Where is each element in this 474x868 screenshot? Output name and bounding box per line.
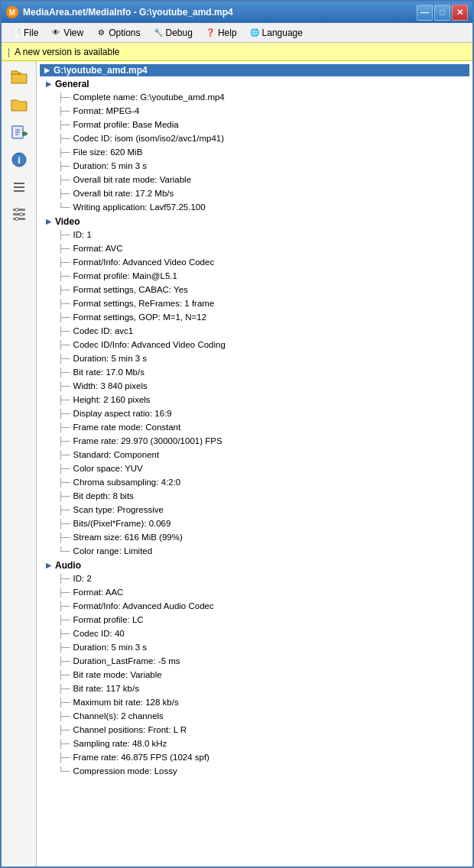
audio-expand-icon[interactable]: ▶ <box>43 560 54 571</box>
file-node[interactable]: ▶ G:\youtube_amd.mp4 <box>40 64 469 76</box>
svg-rect-15 <box>13 213 25 215</box>
main-area: i <box>2 61 472 866</box>
tree-row: ├─Bit rate mode: Variable <box>40 668 469 682</box>
tree-row: ├─Bit depth: 8 bits <box>40 489 469 503</box>
tree-row: ├─File size: 620 MiB <box>40 145 469 159</box>
window-title: MediaArea.net/MediaInfo - G:\youtube_amd… <box>23 7 417 18</box>
notification-bar: | A new version is available <box>2 43 472 61</box>
tree-row: ├─Width: 3 840 pixels <box>40 379 469 393</box>
tree-row: ├─Stream size: 616 MiB (99%) <box>40 530 469 544</box>
tree-row: ├─Display aspect ratio: 16:9 <box>40 406 469 420</box>
options-menu-icon: ⚙ <box>96 28 106 38</box>
tree-row: ├─Frame rate: 29.970 (30000/1001) FPS <box>40 434 469 448</box>
list-button[interactable] <box>6 174 32 200</box>
language-menu-icon: 🌐 <box>249 28 260 38</box>
tree-row: ├─Standard: Component <box>40 448 469 462</box>
tree-row: ├─Bit rate: 17.0 Mb/s <box>40 365 469 379</box>
tree-row: ├─Format/Info: Advanced Video Codec <box>40 255 469 269</box>
tree-row: └─Writing application: Lavf57.25.100 <box>40 200 469 214</box>
info-button[interactable]: i <box>6 147 32 173</box>
tree-row: ├─Sampling rate: 48.0 kHz <box>40 737 469 750</box>
tree-row: ├─Overall bit rate mode: Variable <box>40 173 469 186</box>
tree-row: └─Compression mode: Lossy <box>40 764 469 778</box>
tree-row: ├─Codec ID: avc1 <box>40 324 469 338</box>
tree-row: ├─Codec ID: isom (isom/iso2/avc1/mp41) <box>40 131 469 145</box>
tree-row: ├─Format: AAC <box>40 585 469 599</box>
tree-row: ├─ID: 1 <box>40 228 469 241</box>
menu-bar: 📄 File 👁 View ⚙ Options 🔧 Debug ❓ Help 🌐… <box>2 23 472 43</box>
video-header-label: Video <box>55 216 80 227</box>
menu-file[interactable]: 📄 File <box>5 25 44 40</box>
tree-root: ▶ G:\youtube_amd.mp4 ▶ General ├─Complet… <box>37 63 472 779</box>
tree-row: ├─Complete name: G:\youtube_amd.mp4 <box>40 90 469 104</box>
tree-row: ├─Format: MPEG-4 <box>40 104 469 118</box>
window-controls: — □ ✕ <box>417 5 468 21</box>
tree-row: ├─Format profile: LC <box>40 613 469 627</box>
menu-options[interactable]: ⚙ Options <box>89 25 146 40</box>
tree-row: ├─Bit rate: 117 kb/s <box>40 682 469 695</box>
svg-rect-16 <box>13 218 25 220</box>
minimize-button[interactable]: — <box>417 5 433 21</box>
app-icon: M <box>6 6 18 18</box>
tree-row: ├─Frame rate: 46.875 FPS (1024 spf) <box>40 750 469 764</box>
tree-row: ├─Duration_LastFrame: -5 ms <box>40 654 469 668</box>
file-expand-icon[interactable]: ▶ <box>41 65 52 76</box>
svg-point-18 <box>20 213 23 216</box>
maximize-button[interactable]: □ <box>434 5 450 21</box>
video-section-header[interactable]: ▶ Video <box>40 215 469 228</box>
tree-row: ├─Scan type: Progressive <box>40 503 469 517</box>
svg-marker-7 <box>23 132 26 135</box>
menu-view[interactable]: 👁 View <box>44 25 89 40</box>
menu-help[interactable]: ❓ Help <box>199 25 243 40</box>
file-menu-icon: 📄 <box>11 28 21 38</box>
menu-language[interactable]: 🌐 Language <box>243 25 309 40</box>
file-name: G:\youtube_amd.mp4 <box>54 65 148 76</box>
tree-row: ├─Format settings, CABAC: Yes <box>40 283 469 296</box>
tree-row: ├─Format profile: Main@L5.1 <box>40 269 469 283</box>
general-section-header[interactable]: ▶ General <box>40 78 469 90</box>
tree-row: ├─Format settings, GOP: M=1, N=12 <box>40 310 469 324</box>
tree-row: ├─Color space: YUV <box>40 462 469 475</box>
svg-rect-14 <box>13 209 25 211</box>
tree-row: ├─Duration: 5 min 3 s <box>40 159 469 173</box>
svg-text:M: M <box>9 8 15 17</box>
open-button[interactable] <box>6 64 32 90</box>
tree-row: ├─Bits/(Pixel*Frame): 0.069 <box>40 517 469 530</box>
svg-point-17 <box>15 209 18 212</box>
audio-header-label: Audio <box>55 560 81 571</box>
video-expand-icon[interactable]: ▶ <box>43 216 54 227</box>
tree-row: ├─Duration: 5 min 3 s <box>40 351 469 365</box>
tree-row: ├─Duration: 5 min 3 s <box>40 640 469 654</box>
general-expand-icon[interactable]: ▶ <box>43 79 54 89</box>
tree-row: ├─Frame rate mode: Constant <box>40 420 469 434</box>
close-button[interactable]: ✕ <box>452 5 468 21</box>
audio-section-header[interactable]: ▶ Audio <box>40 559 469 572</box>
settings-button[interactable] <box>6 202 32 228</box>
menu-debug[interactable]: 🔧 Debug <box>147 25 199 40</box>
tree-row: ├─Codec ID: 40 <box>40 627 469 640</box>
tree-row: ├─Format profile: Base Media <box>40 118 469 131</box>
folder-button[interactable] <box>6 92 32 118</box>
notification-pipe: | <box>8 47 10 57</box>
view-menu-icon: 👁 <box>50 28 61 38</box>
tree-row: ├─Height: 2 160 pixels <box>40 393 469 406</box>
svg-point-19 <box>15 218 18 221</box>
tree-row: ├─Chroma subsampling: 4:2:0 <box>40 475 469 489</box>
tree-row: ├─Codec ID/Info: Advanced Video Coding <box>40 338 469 351</box>
content-area[interactable]: ▶ G:\youtube_amd.mp4 ▶ General ├─Complet… <box>37 61 472 866</box>
tree-row: ├─Channel(s): 2 channels <box>40 709 469 723</box>
tree-row: ├─Channel positions: Front: L R <box>40 723 469 737</box>
export-button[interactable] <box>6 119 32 145</box>
tree-row: ├─Format: AVC <box>40 241 469 255</box>
title-bar: M MediaArea.net/MediaInfo - G:\youtube_a… <box>2 2 472 23</box>
main-window: M MediaArea.net/MediaInfo - G:\youtube_a… <box>0 0 474 868</box>
tree-row: └─Color range: Limited <box>40 544 469 558</box>
general-header-label: General <box>55 79 89 89</box>
tree-row: ├─Overall bit rate: 17.2 Mb/s <box>40 186 469 200</box>
help-menu-icon: ❓ <box>205 28 216 38</box>
tree-row: ├─Format/Info: Advanced Audio Codec <box>40 599 469 613</box>
tree-row: ├─Format settings, ReFrames: 1 frame <box>40 296 469 310</box>
tree-row: ├─ID: 2 <box>40 572 469 585</box>
tree-row: ├─Maximum bit rate: 128 kb/s <box>40 695 469 709</box>
left-toolbar: i <box>2 61 37 866</box>
